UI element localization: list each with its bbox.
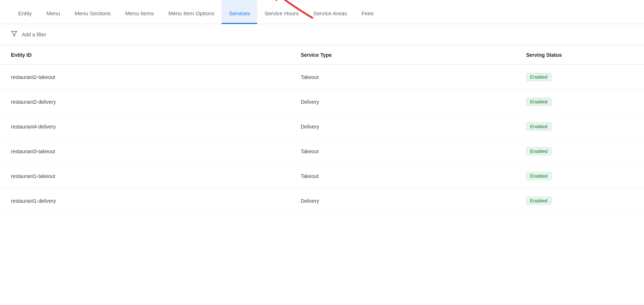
table-row[interactable]: restaurant4-deliveryDeliveryEnabled <box>0 114 644 139</box>
serving-status-cell: Enabled <box>515 114 644 139</box>
serving-status-cell: Enabled <box>515 139 644 164</box>
serving-status-cell: Enabled <box>515 164 644 189</box>
status-badge: Enabled <box>526 122 552 131</box>
table-row[interactable]: restaurant1-takeoutTakeoutEnabled <box>0 164 644 189</box>
nav-tab-menu-item-options[interactable]: Menu Item Options <box>161 0 222 24</box>
table-row[interactable]: restaurant2-deliveryDeliveryEnabled <box>0 90 644 114</box>
serving-status-cell: Enabled <box>515 90 644 114</box>
entity-id-cell: restaurant2-takeout <box>0 65 290 90</box>
entity-id-cell: restaurant4-delivery <box>0 114 290 139</box>
status-badge: Enabled <box>526 172 552 180</box>
nav-tabs: EntityMenuMenu SectionsMenu ItemsMenu It… <box>0 0 644 24</box>
status-badge: Enabled <box>526 98 552 106</box>
table-body: restaurant2-takeoutTakeoutEnabledrestaur… <box>0 65 644 213</box>
serving-status-cell: Enabled <box>515 189 644 213</box>
filter-icon <box>11 31 17 39</box>
entity-id-cell: restaurant3-takeout <box>0 139 290 164</box>
entity-id-cell: restaurant2-delivery <box>0 90 290 114</box>
table-row[interactable]: restaurant2-takeoutTakeoutEnabled <box>0 65 644 90</box>
table-row[interactable]: restaurant3-takeoutTakeoutEnabled <box>0 139 644 164</box>
service-type-cell: Takeout <box>290 65 516 90</box>
nav-tab-menu-sections[interactable]: Menu Sections <box>67 0 118 24</box>
nav-tab-menu[interactable]: Menu <box>39 0 68 24</box>
data-table: Entity IDService TypeServing Status rest… <box>0 45 644 213</box>
table-header-row: Entity IDService TypeServing Status <box>0 45 644 65</box>
status-badge: Enabled <box>526 73 552 81</box>
status-badge: Enabled <box>526 147 552 155</box>
service-type-cell: Takeout <box>290 139 516 164</box>
col-header-service-type: Service Type <box>290 45 516 65</box>
nav-tab-services[interactable]: Services <box>222 0 257 24</box>
svg-marker-1 <box>12 31 17 36</box>
service-type-cell: Delivery <box>290 90 516 114</box>
status-badge: Enabled <box>526 197 552 205</box>
nav-tab-entity[interactable]: Entity <box>11 0 39 24</box>
nav-tab-fees[interactable]: Fees <box>354 0 381 24</box>
entity-id-cell: restaurant1-takeout <box>0 164 290 189</box>
nav-tab-service-hours[interactable]: Service Hours <box>257 0 306 24</box>
nav-tab-menu-items[interactable]: Menu Items <box>118 0 161 24</box>
entity-id-cell: restaurant1-delivery <box>0 189 290 213</box>
nav-tab-service-areas[interactable]: Service Areas <box>306 0 354 24</box>
service-type-cell: Takeout <box>290 164 516 189</box>
service-type-cell: Delivery <box>290 189 516 213</box>
service-type-cell: Delivery <box>290 114 516 139</box>
filter-label[interactable]: Add a filter <box>22 32 46 37</box>
filter-bar: Add a filter <box>0 24 644 45</box>
col-header-entity-id: Entity ID <box>0 45 290 65</box>
table-row[interactable]: restaurant1-deliveryDeliveryEnabled <box>0 189 644 213</box>
serving-status-cell: Enabled <box>515 65 644 90</box>
col-header-serving-status: Serving Status <box>515 45 644 65</box>
